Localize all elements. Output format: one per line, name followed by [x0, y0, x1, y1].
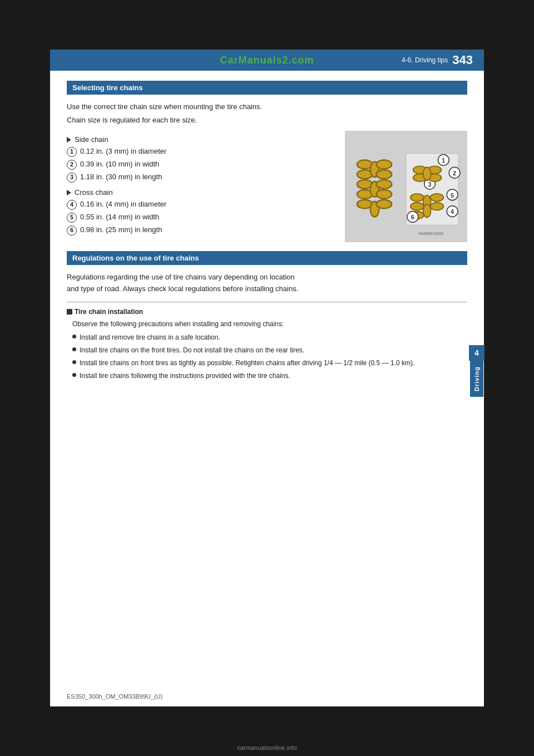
- bullet-1: Install and remove tire chains in a safe…: [72, 332, 467, 342]
- regulations-line1: Regulations regarding the use of tire ch…: [67, 273, 295, 281]
- bullet-1-text: Install and remove tire chains in a safe…: [80, 332, 220, 342]
- circle-4: 4: [67, 200, 77, 210]
- side-spec-1-text: 0.12 in. (3 mm) in diameter: [80, 146, 166, 156]
- cross-chain-header: Cross chain: [67, 188, 334, 197]
- chain-diagram: 1 2 3: [345, 131, 467, 242]
- bullet-3: Install tire chains on front tires as ti…: [72, 358, 467, 368]
- svg-point-9: [377, 160, 392, 169]
- side-chain-label: Side chain: [75, 135, 108, 144]
- circle-2: 2: [67, 160, 77, 170]
- bullet-4-text: Install tire chains following the instru…: [80, 371, 290, 381]
- side-spec-2: 2 0.39 in. (10 mm) in width: [67, 159, 334, 170]
- svg-point-10: [377, 170, 392, 179]
- bottom-bar: carmanualsonline.info: [0, 739, 534, 756]
- svg-point-12: [377, 190, 392, 199]
- circle-5: 5: [67, 213, 77, 223]
- section2-header: Regulations on the use of tire chains: [67, 251, 467, 265]
- sidebar-tab-label: Driving: [470, 361, 483, 397]
- svg-text:IN466ES003: IN466ES003: [418, 231, 443, 236]
- header-right: 4-6. Driving tips 343: [402, 53, 473, 67]
- black-square-icon: [67, 309, 72, 315]
- side-spec-1: 1 0.12 in. (3 mm) in diameter: [67, 146, 334, 157]
- section-label: 4-6. Driving tips: [402, 56, 448, 64]
- svg-point-32: [431, 203, 444, 210]
- svg-text:2: 2: [453, 170, 456, 176]
- svg-point-26: [411, 194, 424, 202]
- header-bar: CarManuals2.com 4-6. Driving tips 343: [50, 50, 484, 71]
- circle-3: 3: [67, 173, 77, 183]
- svg-text:4: 4: [451, 209, 454, 215]
- cross-spec-3: 6 0.98 in. (25 mm) in length: [67, 225, 334, 235]
- bullet-2-text: Install tire chains on the front tires. …: [80, 345, 304, 355]
- arrow-icon-2: [67, 190, 71, 195]
- specs-and-image: Side chain 1 0.12 in. (3 mm) in diameter…: [67, 131, 467, 242]
- section1-header: Selecting tire chains: [67, 81, 467, 95]
- subsection-title: Tire chain installation: [67, 308, 467, 316]
- side-spec-2-text: 0.39 in. (10 mm) in width: [80, 159, 159, 169]
- divider: [67, 302, 467, 302]
- regulations-text: Regulations regarding the use of tire ch…: [67, 272, 467, 295]
- circle-6: 6: [67, 225, 77, 235]
- installation-intro: Observe the following precautions when i…: [72, 320, 467, 328]
- side-chain-header: Side chain: [67, 135, 334, 144]
- cross-spec-3-text: 0.98 in. (25 mm) in length: [80, 225, 162, 235]
- section-regulations: Regulations on the use of tire chains Re…: [67, 251, 467, 295]
- site-logo: CarManuals2.com: [220, 55, 314, 66]
- dot-icon-2: [72, 347, 76, 351]
- circle-1: 1: [67, 147, 77, 157]
- left-specs: Side chain 1 0.12 in. (3 mm) in diameter…: [67, 131, 334, 242]
- cross-chain-label: Cross chain: [75, 188, 113, 197]
- bottom-watermark-text: carmanualsonline.info: [237, 744, 296, 751]
- section-selecting-tire-chains: Selecting tire chains Use the correct ti…: [67, 81, 467, 242]
- svg-text:6: 6: [411, 214, 414, 220]
- svg-point-13: [377, 200, 392, 209]
- svg-point-27: [411, 203, 424, 210]
- regulations-line2: and type of road. Always check local reg…: [67, 284, 298, 293]
- installation-title: Tire chain installation: [75, 308, 143, 316]
- dot-icon-3: [72, 360, 76, 364]
- svg-point-31: [431, 194, 444, 202]
- intro-line1: Use the correct tire chain size when mou…: [67, 101, 467, 112]
- sidebar-tab-number: 4: [469, 345, 484, 361]
- cross-spec-2-text: 0.55 in. (14 mm) in width: [80, 212, 159, 222]
- dot-icon-1: [72, 335, 76, 338]
- footer: ES350_300h_OM_OM33B99U_(U): [67, 693, 162, 700]
- svg-text:1: 1: [442, 157, 445, 164]
- bullet-4: Install tire chains following the instru…: [72, 371, 467, 381]
- cross-spec-1: 4 0.16 in. (4 mm) in diameter: [67, 199, 334, 210]
- cross-spec-1-text: 0.16 in. (4 mm) in diameter: [80, 199, 166, 209]
- bullet-3-text: Install tire chains on front tires as ti…: [80, 358, 414, 368]
- svg-point-30: [423, 204, 431, 218]
- svg-point-25: [423, 167, 431, 180]
- arrow-icon: [67, 137, 71, 143]
- main-content: Selecting tire chains Use the correct ti…: [50, 71, 484, 394]
- bullet-2: Install tire chains on the front tires. …: [72, 345, 467, 355]
- footer-text: ES350_300h_OM_OM33B99U_(U): [67, 693, 162, 700]
- dot-icon-4: [72, 373, 76, 377]
- svg-point-11: [377, 180, 392, 189]
- side-spec-3-text: 1.18 in. (30 mm) in length: [80, 172, 162, 182]
- section-installation: Tire chain installation Observe the foll…: [67, 308, 467, 381]
- cross-spec-2: 5 0.55 in. (14 mm) in width: [67, 212, 334, 223]
- svg-text:3: 3: [428, 181, 432, 188]
- page-number: 343: [452, 53, 473, 67]
- intro-line2: Chain size is regulated for each tire si…: [67, 115, 467, 126]
- side-spec-3: 3 1.18 in. (30 mm) in length: [67, 172, 334, 183]
- chain-svg: 1 2 3: [345, 131, 467, 242]
- chain-diagram-container: 1 2 3: [345, 131, 467, 242]
- svg-text:5: 5: [451, 192, 454, 199]
